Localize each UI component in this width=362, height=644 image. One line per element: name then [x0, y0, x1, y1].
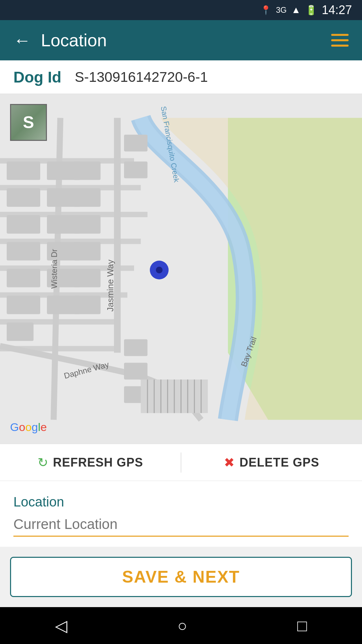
map-container[interactable]: Jasmine Way Wisteria Dr Daphne Way Bay T… [0, 94, 362, 444]
google-o2: o [25, 421, 32, 433]
refresh-icon: ↻ [38, 455, 48, 470]
location-pin [147, 258, 171, 290]
menu-line-3 [331, 45, 349, 47]
back-button[interactable]: ← [13, 30, 31, 50]
google-g2: g [32, 421, 38, 433]
dog-id-bar: Dog Id S-130916142720-6-1 [0, 60, 362, 94]
menu-button[interactable] [331, 34, 349, 47]
svg-rect-33 [124, 363, 147, 380]
svg-rect-9 [114, 118, 121, 353]
refresh-gps-label: REFRESH GPS [53, 455, 143, 470]
svg-rect-17 [7, 242, 40, 261]
google-watermark: Google [10, 421, 47, 434]
svg-rect-31 [124, 162, 147, 178]
nav-back-button[interactable]: ◁ [55, 616, 67, 635]
delete-icon: ✖ [224, 455, 235, 470]
location-input-wrapper [13, 516, 349, 537]
map-thumbnail-inner: S [11, 105, 46, 140]
delete-gps-label: DELETE GPS [239, 455, 319, 470]
gps-buttons-row: ↻ REFRESH GPS ✖ DELETE GPS [0, 444, 362, 481]
google-e: e [41, 421, 47, 433]
svg-rect-13 [7, 189, 40, 207]
nav-home-button[interactable]: ○ [177, 616, 187, 635]
menu-line-1 [331, 34, 349, 36]
svg-rect-26 [74, 215, 101, 234]
svg-rect-19 [7, 269, 40, 287]
svg-rect-11 [7, 162, 40, 180]
refresh-gps-button[interactable]: ↻ REFRESH GPS [0, 444, 181, 481]
svg-rect-15 [7, 215, 40, 234]
location-pin-icon: 📍 [260, 5, 271, 15]
location-input[interactable] [13, 516, 349, 532]
dog-id-value: S-130916142720-6-1 [75, 69, 208, 85]
svg-rect-25 [74, 189, 101, 207]
svg-text:Wisteria Dr: Wisteria Dr [50, 249, 59, 289]
header-left: ← Location [13, 30, 107, 50]
svg-rect-29 [74, 296, 101, 314]
app-header: ← Location [0, 20, 362, 60]
svg-rect-30 [124, 135, 147, 152]
battery-icon: 🔋 [305, 5, 317, 16]
google-o1: o [19, 421, 25, 433]
3g-icon: 3G [276, 5, 287, 15]
clock: 14:27 [322, 3, 352, 17]
pin-icon [147, 258, 171, 288]
google-l: l [38, 421, 41, 433]
status-icons: 📍 3G ▲ 🔋 14:27 [260, 3, 352, 17]
svg-rect-23 [7, 323, 34, 341]
location-label: Location [13, 494, 349, 509]
delete-gps-button[interactable]: ✖ DELETE GPS [181, 444, 362, 481]
svg-rect-32 [124, 339, 147, 356]
save-next-button[interactable]: SAVE & NEXT [10, 557, 352, 597]
svg-rect-27 [74, 242, 101, 261]
map-background: Jasmine Way Wisteria Dr Daphne Way Bay T… [0, 94, 362, 444]
menu-line-2 [331, 39, 349, 41]
svg-text:Jasmine Way: Jasmine Way [105, 260, 115, 312]
signal-icon: ▲ [291, 5, 301, 15]
svg-point-51 [156, 267, 163, 273]
google-g: G [10, 421, 19, 433]
bottom-navigation: ◁ ○ □ [0, 607, 362, 644]
svg-rect-21 [7, 296, 40, 314]
status-bar: 📍 3G ▲ 🔋 14:27 [0, 0, 362, 20]
map-thumbnail-letter: S [23, 113, 34, 132]
map-thumbnail[interactable]: S [10, 104, 47, 141]
page-title: Location [41, 30, 107, 50]
nav-recents-button[interactable]: □ [297, 616, 307, 635]
save-next-label: SAVE & NEXT [122, 567, 240, 587]
svg-rect-24 [74, 162, 101, 180]
svg-rect-28 [74, 269, 101, 287]
location-section: Location [0, 481, 362, 547]
dog-id-label: Dog Id [13, 68, 61, 86]
